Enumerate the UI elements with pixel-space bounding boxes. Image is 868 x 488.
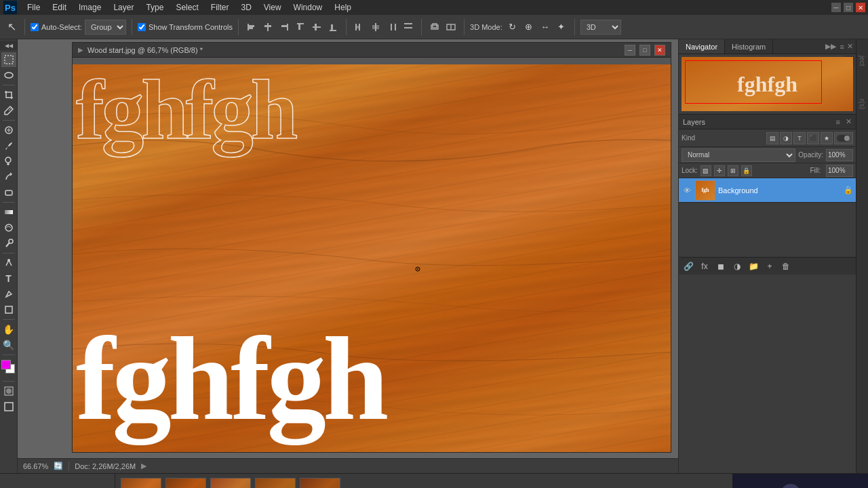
delete-layer-btn[interactable]: 🗑 bbox=[779, 260, 793, 273]
move-tool-btn[interactable]: ↖ bbox=[4, 20, 19, 35]
dodge-tool[interactable] bbox=[1, 236, 16, 251]
opacity-input[interactable] bbox=[826, 149, 853, 161]
clone-stamp-tool[interactable] bbox=[1, 154, 16, 169]
dist-left-icon[interactable] bbox=[352, 20, 367, 35]
menu-select[interactable]: Select bbox=[170, 1, 203, 14]
zoom-tool[interactable]: 🔍 bbox=[1, 338, 16, 352]
brush-tool[interactable] bbox=[1, 138, 16, 153]
new-layer-btn[interactable]: + bbox=[763, 260, 776, 273]
auto-select-checkbox[interactable] bbox=[31, 23, 39, 31]
doc-maximize-btn[interactable]: □ bbox=[639, 45, 650, 56]
link-layers-btn[interactable]: 🔗 bbox=[682, 260, 695, 273]
3d-pan-icon[interactable]: ↔ bbox=[538, 20, 553, 35]
dist-right-icon[interactable] bbox=[384, 20, 399, 35]
document-content[interactable]: fghfgh fghfgh bbox=[73, 58, 671, 452]
arrange-icon-1[interactable] bbox=[427, 20, 442, 35]
menu-file[interactable]: File bbox=[22, 1, 45, 14]
menu-window[interactable]: Window bbox=[288, 1, 328, 14]
3d-slide-icon[interactable]: ✦ bbox=[554, 20, 569, 35]
align-center-v-icon[interactable] bbox=[309, 20, 324, 35]
filter-adjust-icon[interactable]: ◑ bbox=[780, 132, 792, 144]
marquee-tool[interactable] bbox=[1, 52, 16, 67]
align-center-h-icon[interactable] bbox=[260, 20, 275, 35]
panel-menu-icon[interactable]: ≡ bbox=[840, 43, 844, 51]
close-btn[interactable]: ✕ bbox=[856, 3, 865, 12]
lock-pixels-btn[interactable]: ▨ bbox=[701, 165, 711, 176]
transform-controls-checkbox[interactable] bbox=[138, 23, 146, 31]
doc-minimize-btn[interactable]: ─ bbox=[625, 45, 635, 56]
new-group-btn[interactable]: 📁 bbox=[747, 260, 760, 273]
toolbox-collapse[interactable]: ◀◀ bbox=[0, 41, 17, 50]
tab-navigator[interactable]: Navigator bbox=[679, 39, 725, 54]
filter-toggle[interactable] bbox=[834, 132, 853, 144]
crop-tool[interactable] bbox=[1, 87, 16, 102]
blend-mode-dropdown[interactable]: Normal Multiply Screen bbox=[682, 148, 795, 162]
auto-select-dropdown[interactable]: Group Layer bbox=[85, 20, 126, 35]
canvas-area[interactable]: ▶ Wood start.jpg @ 66,7% (RGB/8) * ─ □ ✕ bbox=[18, 39, 678, 473]
filmstrip-thumb-3[interactable]: fgh bbox=[210, 478, 251, 489]
lock-artboard-btn[interactable]: ⊞ bbox=[728, 165, 738, 176]
filmstrip-thumb-1[interactable]: fgh bbox=[121, 478, 161, 489]
filter-shape-icon[interactable]: ⬛ bbox=[807, 132, 819, 144]
layer-visibility-toggle[interactable]: 👁 bbox=[682, 185, 692, 196]
right-panel-tab-1[interactable]: ject bbox=[857, 53, 867, 69]
type-tool[interactable]: T bbox=[1, 271, 16, 286]
panel-expand-icon[interactable]: ▶▶ bbox=[825, 42, 836, 51]
healing-brush-tool[interactable] bbox=[1, 123, 16, 138]
fill-input[interactable] bbox=[826, 165, 853, 177]
lasso-tool[interactable] bbox=[1, 68, 16, 83]
hand-tool[interactable]: ✋ bbox=[1, 322, 16, 337]
menu-filter[interactable]: Filter bbox=[205, 1, 235, 14]
3d-mode-dropdown[interactable]: 3D bbox=[580, 20, 621, 35]
menu-layer[interactable]: Layer bbox=[108, 1, 139, 14]
filter-pixel-icon[interactable]: ▤ bbox=[766, 132, 778, 144]
menu-help[interactable]: Help bbox=[329, 1, 357, 14]
layers-panel-menu[interactable]: ≡ bbox=[836, 118, 840, 126]
layers-title: Layers bbox=[683, 118, 833, 126]
blur-tool[interactable] bbox=[1, 220, 16, 235]
menu-type[interactable]: Type bbox=[140, 1, 169, 14]
tab-histogram[interactable]: Histogram bbox=[725, 39, 773, 54]
screen-mode-btn[interactable] bbox=[1, 399, 16, 414]
new-adj-layer-btn[interactable]: ◑ bbox=[730, 260, 744, 273]
history-brush-tool[interactable] bbox=[1, 169, 16, 184]
gradient-tool[interactable] bbox=[1, 205, 16, 220]
foreground-color-swatch[interactable] bbox=[1, 360, 11, 369]
menu-view[interactable]: View bbox=[258, 1, 287, 14]
path-selection-tool[interactable] bbox=[1, 287, 16, 302]
right-panel-tab-2[interactable]: r(s) bbox=[857, 96, 867, 112]
menu-3d[interactable]: 3D bbox=[235, 1, 256, 14]
align-top-icon[interactable] bbox=[293, 20, 308, 35]
pen-tool[interactable] bbox=[1, 256, 16, 270]
filter-smart-icon[interactable]: ★ bbox=[821, 132, 833, 144]
align-bottom-icon[interactable] bbox=[326, 20, 340, 35]
doc-close-btn[interactable]: ✕ bbox=[654, 45, 665, 56]
dist-center-h-icon[interactable] bbox=[368, 20, 383, 35]
add-style-btn[interactable]: fx bbox=[698, 260, 711, 273]
maximize-btn[interactable]: □ bbox=[844, 3, 853, 12]
lock-all-btn[interactable]: 🔒 bbox=[741, 165, 752, 176]
quick-mask-btn[interactable] bbox=[1, 384, 16, 399]
eraser-tool[interactable] bbox=[1, 185, 16, 200]
align-left-icon[interactable] bbox=[244, 20, 259, 35]
add-mask-btn[interactable]: ◼ bbox=[714, 260, 728, 273]
3d-orbit-icon[interactable]: ⊕ bbox=[521, 20, 536, 35]
layers-panel-close[interactable]: ✕ bbox=[846, 117, 852, 126]
align-right-icon[interactable] bbox=[277, 20, 292, 35]
3d-rotate-icon[interactable]: ↻ bbox=[505, 20, 520, 35]
play-btn[interactable]: ▶ bbox=[141, 462, 146, 470]
filmstrip-thumb-4[interactable]: fg bbox=[255, 478, 296, 489]
dist-top-icon[interactable] bbox=[401, 20, 416, 35]
menu-edit[interactable]: Edit bbox=[47, 1, 72, 14]
filmstrip-thumb-2[interactable]: fgh bbox=[165, 478, 206, 489]
panel-close-icon[interactable]: ✕ bbox=[847, 42, 853, 51]
minimize-btn[interactable]: ─ bbox=[831, 3, 841, 12]
arrange-icon-2[interactable] bbox=[443, 20, 458, 35]
lock-position-btn[interactable]: ✛ bbox=[714, 165, 725, 176]
filmstrip-thumb-5[interactable]: fg bbox=[300, 478, 340, 489]
filter-type-icon[interactable]: T bbox=[793, 132, 806, 144]
shape-tool[interactable] bbox=[1, 302, 16, 317]
menu-image[interactable]: Image bbox=[73, 1, 106, 14]
layer-background[interactable]: 👁 fgh Background 🔒 bbox=[679, 178, 856, 203]
eyedropper-tool[interactable] bbox=[1, 103, 16, 118]
